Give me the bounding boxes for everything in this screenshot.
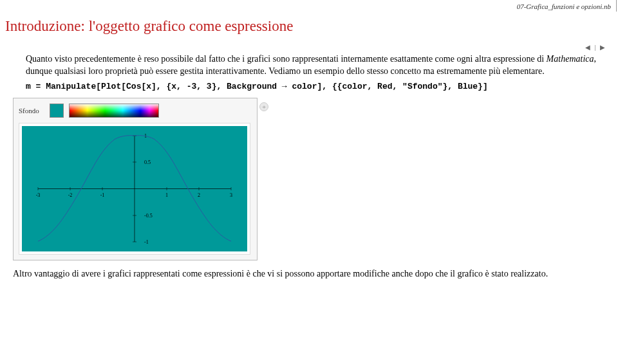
plot-svg: -3 -2 -1 1 2 3 1 0.5 — [22, 126, 247, 251]
plot-output: -3 -2 -1 1 2 3 1 0.5 — [19, 123, 250, 255]
x-tick-label: -3 — [36, 192, 41, 198]
y-tick-label: -1 — [144, 239, 149, 245]
x-tick-label: -1 — [100, 192, 105, 198]
section-title: Introduzione: l'oggetto grafico come esp… — [0, 12, 618, 37]
nav-separator: | — [594, 44, 595, 51]
section-nav: ◀ | ▶ — [26, 44, 618, 51]
color-control-row: Sfondo — [19, 104, 252, 118]
content-block: ◀ | ▶ Quanto visto precedentemente è res… — [0, 37, 618, 280]
nav-next-icon[interactable]: ▶ — [600, 44, 605, 51]
x-tick-label: -2 — [68, 192, 73, 198]
x-tick-label: 1 — [165, 192, 168, 198]
current-color-swatch[interactable] — [50, 104, 64, 118]
intro-paragraph: Quanto visto precedentemente è reso poss… — [26, 53, 618, 78]
file-header: 07-Grafica_funzioni e opzioni.nb — [0, 0, 617, 12]
x-tick-label: 3 — [230, 192, 232, 198]
color-picker-slider[interactable] — [69, 104, 159, 118]
nav-prev-icon[interactable]: ◀ — [585, 44, 590, 51]
add-control-icon[interactable]: + — [259, 102, 268, 111]
mathematica-word: Mathematica — [547, 54, 594, 64]
x-tick-label: 2 — [198, 192, 200, 198]
control-label: Sfondo — [19, 107, 44, 114]
code-input[interactable]: m = Manipulate[Plot[Cos[x], {x, -3, 3}, … — [26, 82, 618, 91]
y-tick-label: -0.5 — [144, 213, 153, 219]
intro-text-1: Quanto visto precedentemente è reso poss… — [26, 54, 547, 64]
y-tick-label: 0.5 — [144, 159, 151, 165]
closing-paragraph: Altro vantaggio di avere i grafici rappr… — [13, 268, 618, 280]
manipulate-output: + Sfondo -3 -2 -1 1 — [13, 98, 258, 260]
